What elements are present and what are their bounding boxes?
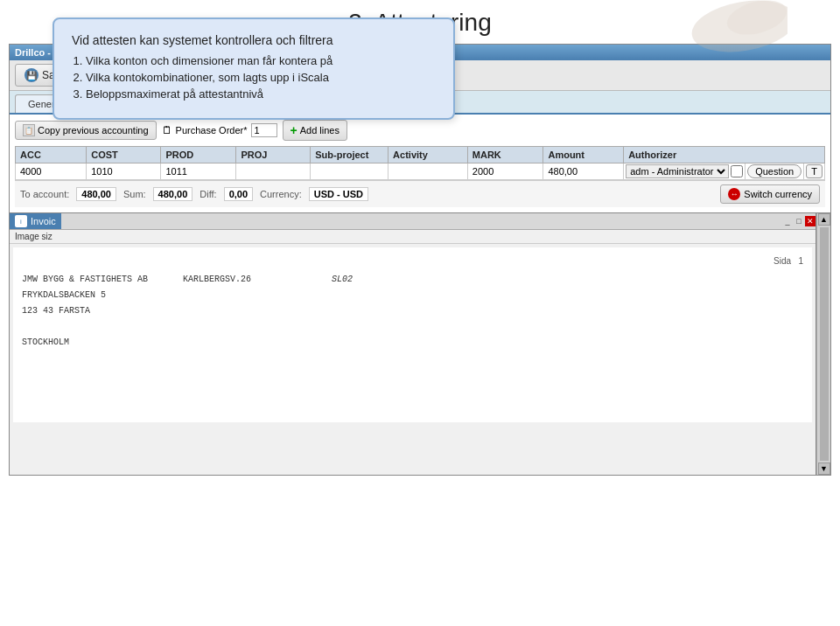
cell-amount[interactable]	[543, 163, 624, 180]
currency-value: USD - USD	[309, 187, 368, 201]
doc-info-row-2: FRYKDALSBACKEN 5	[22, 289, 803, 303]
purchase-order-field: 🗒 Purchase Order*	[162, 123, 277, 137]
address-1: FRYKDALSBACKEN 5	[22, 289, 106, 303]
document-info: JMW BYGG & FASTIGHETS AB KARLBERGSV.26 S…	[22, 273, 803, 350]
brush-decoration	[674, 0, 788, 61]
copy-previous-label: Copy previous accounting	[38, 125, 149, 136]
scroll-down-button[interactable]: ▼	[818, 463, 830, 475]
cell-authorizer[interactable]: adm - Administrator	[624, 163, 746, 180]
col-cost: COST	[87, 147, 161, 163]
address-2: 123 43 FARSTA	[22, 304, 90, 318]
diff-value: 0,00	[224, 187, 253, 201]
col-acc: ACC	[16, 147, 87, 163]
activity-input[interactable]	[390, 165, 466, 177]
mark-input[interactable]	[470, 165, 542, 177]
add-lines-icon: +	[290, 123, 298, 137]
doc-info-row-1: JMW BYGG & FASTIGHETS AB KARLBERGSV.26 S…	[22, 273, 803, 287]
cell-t[interactable]: T	[804, 163, 825, 180]
scrollbar: ▲ ▼	[816, 213, 830, 475]
invoice-icon: i	[15, 215, 27, 227]
cell-question[interactable]: Question	[746, 163, 804, 180]
cell-activity[interactable]	[388, 163, 468, 180]
add-lines-label: Add lines	[300, 125, 340, 136]
company-name: JMW BYGG & FASTIGHETS AB	[22, 273, 148, 287]
invoice-title: Invoic	[31, 216, 56, 226]
acc-input[interactable]	[18, 165, 84, 177]
window-controls: _ □ ✕	[782, 216, 816, 226]
minimize-icon[interactable]: _	[782, 216, 793, 226]
sum-label: Sum:	[123, 189, 146, 199]
cell-prod[interactable]	[161, 163, 236, 180]
cell-proj[interactable]	[236, 163, 311, 180]
purchase-order-input[interactable]	[251, 123, 277, 137]
to-account-label: To account:	[20, 189, 69, 199]
to-account-value: 480,00	[76, 187, 116, 201]
callout-box: Vid attesten kan systemet kontrollera oc…	[52, 17, 455, 120]
scroll-thumb[interactable]	[820, 227, 829, 461]
callout-item-1: Vilka konton och dimensioner man får kon…	[86, 54, 436, 67]
invoice-panel: i Invoic _ □ ✕ Image siz Sida 1 JMW BYGG…	[10, 213, 816, 475]
col-subproject: Sub-project	[311, 147, 388, 163]
doc-info-row-3: 123 43 FARSTA	[22, 304, 803, 318]
callout-intro: Vid attesten kan systemet kontrollera oc…	[72, 33, 436, 47]
table-header-row: ACC COST PROD PROJ Sub-project Activity …	[16, 147, 825, 163]
bottom-panel: i Invoic _ □ ✕ Image siz Sida 1 JMW BYGG…	[9, 213, 831, 476]
purchase-order-icon: 🗒	[162, 124, 172, 136]
col-amount: Amount	[543, 147, 624, 163]
scroll-up-button[interactable]: ▲	[818, 213, 830, 226]
callout-item-2: Vilka kontokombinationer, som lagts upp …	[86, 71, 436, 84]
authorizer-select[interactable]: adm - Administrator	[626, 164, 729, 178]
doc-info-row-4: STOCKHOLM	[22, 336, 803, 350]
street-ref: KARLBERGSV.26	[183, 273, 251, 287]
switch-currency-button[interactable]: ↔ Switch currency	[720, 184, 820, 204]
col-mark: MARK	[467, 147, 543, 163]
accounting-footer: To account: 480,00 Sum: 480,00 Diff: 0,0…	[15, 180, 825, 207]
cell-cost[interactable]	[87, 163, 161, 180]
invoice-header: i Invoic	[10, 213, 61, 229]
col-authorizer: Authorizer	[624, 147, 825, 163]
callout-list: Vilka konton och dimensioner man får kon…	[72, 54, 436, 101]
amount-input[interactable]	[545, 165, 621, 177]
cell-subproject[interactable]	[311, 163, 388, 180]
action-row: 📋 Copy previous accounting 🗒 Purchase Or…	[15, 120, 825, 141]
city: STOCKHOLM	[22, 336, 69, 350]
question-button[interactable]: Question	[747, 164, 802, 178]
accounting-table: ACC COST PROD PROJ Sub-project Activity …	[15, 146, 825, 180]
authorizer-cell: adm - Administrator	[626, 164, 743, 178]
invoice-top-controls: i Invoic _ □ ✕	[10, 213, 816, 230]
currency-label: Currency:	[260, 189, 302, 199]
sum-value: 480,00	[153, 187, 193, 201]
table-row: adm - Administrator Question T	[16, 163, 825, 180]
maximize-icon[interactable]: □	[794, 216, 804, 226]
cell-acc[interactable]	[16, 163, 87, 180]
add-lines-button[interactable]: + Add lines	[283, 120, 347, 141]
window-close-icon[interactable]: ✕	[805, 216, 816, 226]
copy-icon: 📋	[23, 124, 35, 136]
col-proj: PROJ	[236, 147, 311, 163]
authorizer-checkbox[interactable]	[731, 165, 743, 177]
invoice-content: Sida 1 JMW BYGG & FASTIGHETS AB KARLBERG…	[13, 247, 812, 422]
diff-label: Diff:	[200, 189, 216, 199]
col-activity: Activity	[388, 147, 468, 163]
t-button[interactable]: T	[806, 164, 822, 178]
callout-item-3: Beloppsmaximerat på attestantnivå	[86, 87, 436, 101]
accounting-area: 📋 Copy previous accounting 🗒 Purchase Or…	[10, 115, 830, 212]
subproject-input[interactable]	[312, 165, 386, 177]
ref-number: SL02	[332, 273, 353, 287]
copy-previous-button[interactable]: 📋 Copy previous accounting	[15, 121, 157, 140]
prod-input[interactable]	[163, 165, 234, 177]
switch-currency-label: Switch currency	[744, 189, 812, 199]
image-size-label: Image siz	[10, 230, 816, 244]
save-icon: 💾	[24, 68, 38, 82]
cell-mark[interactable]	[467, 163, 543, 180]
purchase-order-label: Purchase Order*	[176, 125, 248, 136]
page-number: Sida 1	[22, 256, 803, 266]
proj-input[interactable]	[238, 165, 308, 177]
cost-input[interactable]	[88, 165, 158, 177]
col-prod: PROD	[161, 147, 236, 163]
switch-currency-icon: ↔	[728, 188, 740, 200]
